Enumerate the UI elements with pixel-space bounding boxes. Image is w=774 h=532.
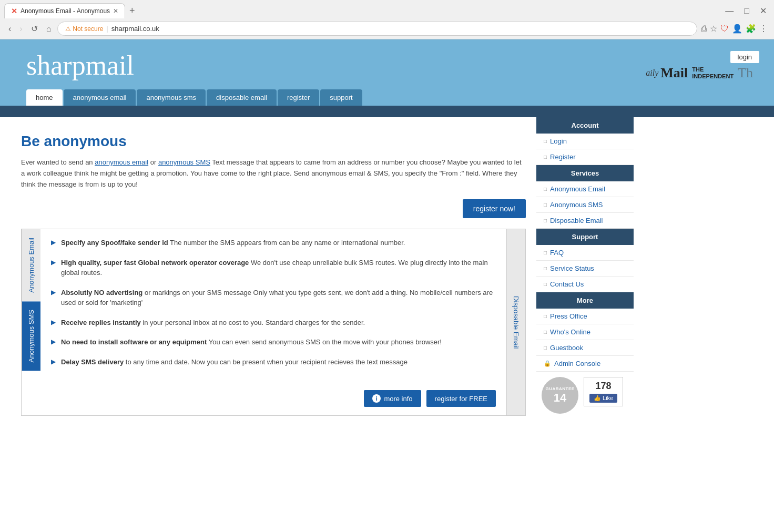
security-warning: ⚠ Not secure <box>65 25 103 33</box>
daily-mail-logo-2: Mail <box>660 65 688 81</box>
whos-online-item-icon: □ <box>544 329 547 335</box>
sidebar-item-whos-online[interactable]: □ Who's Online <box>536 324 634 340</box>
nav-item-anonymous-email[interactable]: anonymous email <box>64 89 136 106</box>
arrow-icon-4: ▶ <box>51 319 56 326</box>
new-tab-button[interactable]: + <box>125 3 139 18</box>
sidebar-login-label: Login <box>550 137 567 145</box>
right-sidebar: Account □ Login □ Register Services □ An… <box>536 117 634 419</box>
home-button[interactable]: ⌂ <box>44 22 54 36</box>
address-separator: | <box>106 25 108 33</box>
tab-close-icon[interactable]: ✕ <box>113 7 118 15</box>
features-box: Anonymous Email Anonymous SMS ▶ Specify … <box>21 229 526 416</box>
sidebar-section-account: Account <box>536 117 634 134</box>
feature-item-3: ▶ Absolutly NO advertising or markings o… <box>51 288 496 308</box>
warning-icon: ⚠ <box>65 25 71 33</box>
tab-labels: Anonymous Email Anonymous SMS <box>22 229 40 415</box>
disposable-email-item-icon: □ <box>544 218 547 223</box>
bookmark-icon[interactable]: ☆ <box>710 24 717 34</box>
address-url: sharpmail.co.uk <box>111 25 159 33</box>
sidebar-anon-email-label: Anonymous Email <box>550 185 605 193</box>
nav-item-home[interactable]: home <box>26 89 63 106</box>
menu-icon[interactable]: ⋮ <box>759 24 768 34</box>
times-logo: Th <box>738 65 753 81</box>
sidebar-whos-online-label: Who's Online <box>550 328 590 336</box>
arrow-icon-3: ▶ <box>51 289 56 296</box>
info-icon: i <box>372 394 381 403</box>
register-now-button[interactable]: register now! <box>463 199 526 218</box>
profile-icon[interactable]: 👤 <box>732 24 742 34</box>
share-icon[interactable]: ⎙ <box>701 24 707 34</box>
sidebar-service-status-label: Service Status <box>550 264 594 272</box>
faq-item-icon: □ <box>544 250 547 255</box>
sidebar-item-disposable-email[interactable]: □ Disposable Email <box>536 213 634 229</box>
sidebar-anon-sms-label: Anonymous SMS <box>550 201 603 209</box>
nav-item-register[interactable]: register <box>278 89 319 106</box>
anon-email-item-icon: □ <box>544 186 547 192</box>
sidebar-disposable-email-label: Disposable Email <box>550 217 603 224</box>
sidebar-item-anon-email[interactable]: □ Anonymous Email <box>536 181 634 197</box>
anonymous-email-link[interactable]: anonymous email <box>95 158 148 166</box>
tab-disposable-email[interactable]: Disposable Email <box>506 229 525 415</box>
arrow-icon-6: ▶ <box>51 358 56 365</box>
thumbs-up-icon: 👍 <box>594 395 601 401</box>
sidebar-item-admin-console[interactable]: 🔒 Admin Console <box>536 356 634 372</box>
register-free-button[interactable]: register for FREE <box>426 390 496 407</box>
maximize-button[interactable]: □ <box>741 5 752 17</box>
nav-item-disposable-email[interactable]: disposable email <box>207 89 277 106</box>
service-status-item-icon: □ <box>544 265 547 271</box>
tab-anonymous-sms[interactable]: Anonymous SMS <box>22 301 40 371</box>
intro-paragraph: Ever wanted to send an anonymous email o… <box>21 157 526 190</box>
sidebar-item-login[interactable]: □ Login <box>536 134 634 149</box>
feature-item-6: ▶ Delay SMS delivery to any time and dat… <box>51 357 496 367</box>
sidebar-item-press-office[interactable]: □ Press Office <box>536 309 634 324</box>
extensions-icon[interactable]: 🧩 <box>746 24 756 34</box>
sidebar-item-contact-us[interactable]: □ Contact Us <box>536 277 634 292</box>
header-top: sharpmail login aily Mail THEINDEPENDENT… <box>0 45 774 86</box>
anonymous-sms-link[interactable]: anonymous SMS <box>158 158 210 166</box>
press-office-item-icon: □ <box>544 313 547 319</box>
nav-item-anonymous-sms[interactable]: anonymous sms <box>137 89 206 106</box>
anon-sms-item-icon: □ <box>544 202 547 208</box>
login-item-icon: □ <box>544 138 547 144</box>
contact-us-item-icon: □ <box>544 281 547 287</box>
daily-mail-logo: aily <box>646 68 658 78</box>
sidebar-bottom: GUARANTEE 14 178 👍 Like <box>536 372 634 419</box>
toolbar-icon-1[interactable]: 🛡 <box>720 24 729 34</box>
minimize-button[interactable]: — <box>722 5 737 17</box>
sidebar-item-register[interactable]: □ Register <box>536 149 634 165</box>
sidebar-section-services: Services <box>536 165 634 181</box>
like-box: 178 👍 Like <box>584 377 623 406</box>
address-bar[interactable]: ⚠ Not secure | sharpmail.co.uk <box>57 22 697 36</box>
sidebar-admin-console-label: Admin Console <box>554 360 600 367</box>
back-button[interactable]: ‹ <box>6 22 13 36</box>
close-button[interactable]: ✕ <box>757 5 770 17</box>
more-info-button[interactable]: i more info <box>364 390 421 407</box>
newspaper-logos: aily Mail THEINDEPENDENT Th <box>646 65 753 81</box>
guarantee-label: GUARANTEE <box>545 386 574 391</box>
login-link[interactable]: login <box>730 51 759 63</box>
sidebar-item-guestbook[interactable]: □ Guestbook <box>536 340 634 356</box>
browser-addressbar: ‹ › ↺ ⌂ ⚠ Not secure | sharpmail.co.uk ⎙… <box>0 18 774 39</box>
like-button[interactable]: 👍 Like <box>589 394 617 403</box>
features-content: ▶ Specify any Spoof/fake sender id The n… <box>40 229 506 385</box>
arrow-icon-1: ▶ <box>51 239 56 246</box>
sidebar-section-more: More <box>536 292 634 309</box>
register-item-icon: □ <box>544 154 547 160</box>
sidebar-item-service-status[interactable]: □ Service Status <box>536 261 634 277</box>
tab-favicon-icon: ✕ <box>11 7 17 15</box>
sidebar-item-anon-sms[interactable]: □ Anonymous SMS <box>536 197 634 213</box>
sidebar-item-faq[interactable]: □ FAQ <box>536 245 634 261</box>
feature-item-2: ▶ High quality, super fast Global networ… <box>51 258 496 278</box>
feature-item-5: ▶ No need to install software or any equ… <box>51 337 496 347</box>
tab-anonymous-email[interactable]: Anonymous Email <box>22 229 40 301</box>
arrow-icon-2: ▶ <box>51 259 56 266</box>
feature-item-4: ▶ Receive replies instantly in your pers… <box>51 318 496 328</box>
sidebar-press-office-label: Press Office <box>550 312 587 320</box>
guarantee-badge: GUARANTEE 14 <box>542 377 578 414</box>
nav-item-support[interactable]: support <box>320 89 362 106</box>
browser-tab[interactable]: ✕ Anonymous Email - Anonymous ✕ <box>4 3 125 18</box>
like-count: 178 <box>589 381 617 392</box>
forward-button[interactable]: › <box>17 22 24 36</box>
login-area: login <box>726 49 763 65</box>
reload-button[interactable]: ↺ <box>29 22 40 36</box>
